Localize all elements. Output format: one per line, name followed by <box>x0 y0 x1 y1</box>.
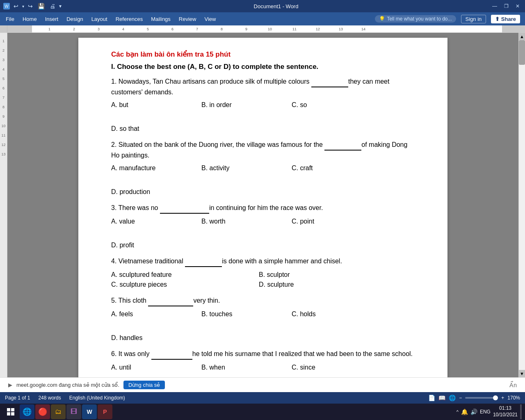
taskbar-red[interactable]: 🔴 <box>35 404 50 419</box>
scroll-up-button[interactable]: ▲ <box>519 33 525 40</box>
answer-5c: C. holds <box>292 310 365 318</box>
language-indicator: English (United Kingdom) <box>69 395 125 401</box>
share-button[interactable]: ⬆ Share <box>491 15 520 23</box>
language-tray[interactable]: ENG <box>480 409 491 415</box>
answer-6b: B. when <box>201 364 275 371</box>
menu-design[interactable]: Design <box>62 14 87 24</box>
close-button[interactable]: ✕ <box>514 2 522 10</box>
svg-rect-3 <box>11 412 14 415</box>
word-count: 248 words <box>38 395 61 401</box>
vertical-scrollbar[interactable]: ▲ ▼ <box>518 33 525 377</box>
notification-text: meet.google.com đang chia sẻ một cửa sổ. <box>16 382 119 388</box>
taskbar-files[interactable]: 🗂 <box>51 404 66 419</box>
answer-5d: D. handles <box>111 334 185 342</box>
restore-button[interactable]: ❐ <box>502 2 510 10</box>
zoom-minus-button[interactable]: − <box>459 395 462 401</box>
vertical-ruler: 1 2 3 4 5 6 7 8 9 10 11 12 13 <box>0 33 7 377</box>
blank-5 <box>148 296 193 306</box>
answer-5b: B. touches <box>201 310 275 318</box>
question-1: 1. Nowadays, Tan Chau artisans can produ… <box>111 77 415 132</box>
clock-date: 10/10/2021 <box>493 412 518 418</box>
taskbar-apps: 🌐 🔴 🗂 🎞 W P <box>20 404 112 419</box>
answer-3b: B. worth <box>201 218 275 225</box>
read-view-icon[interactable]: 📖 <box>438 395 445 401</box>
answer-2d: D. production <box>111 188 185 196</box>
taskbar-powerpoint[interactable]: P <box>98 404 112 419</box>
question-1-text: 1. Nowadays, Tan Chau artisans can produ… <box>111 77 415 97</box>
menu-references[interactable]: References <box>112 14 147 24</box>
status-right: 📄 📖 🌐 − + 170% <box>428 395 520 401</box>
svg-rect-2 <box>7 412 10 415</box>
svg-rect-1 <box>11 408 14 411</box>
menu-view[interactable]: View <box>200 14 220 24</box>
minimize-button[interactable]: — <box>491 2 499 10</box>
question-3-text: 3. There was no in continuing for him th… <box>111 203 415 214</box>
zoom-plus-button[interactable]: + <box>501 395 504 401</box>
sys-tray-chevron[interactable]: ^ <box>457 409 459 414</box>
question-1-answers: A. but B. in order C. so D. so that <box>111 101 415 132</box>
question-4-answers-row2: C. sculpture pieces D. sculpture <box>111 281 415 288</box>
answer-2a: A. manufacture <box>111 164 185 172</box>
scroll-thumb[interactable] <box>519 40 525 65</box>
tell-me-box[interactable]: 💡 Tell me what you want to do... <box>375 15 456 23</box>
menu-review[interactable]: Review <box>175 14 201 24</box>
hide-notification-button[interactable]: Ẩn <box>509 382 517 388</box>
answer-6a: A. until <box>111 364 185 371</box>
question-5: 5. This cloth very thin. A. feels B. tou… <box>111 296 415 342</box>
horizontal-ruler: 1 2 3 4 5 6 7 8 9 10 11 12 13 14 <box>0 25 525 33</box>
answer-2b: B. activity <box>201 164 275 172</box>
taskbar-media[interactable]: 🎞 <box>66 404 81 419</box>
title-bar: W ↩ ▾ ↪ 💾 🖨 ▾ Document1 - Word — ❐ ✕ <box>0 0 525 12</box>
word-icon: W <box>3 3 10 9</box>
menu-insert[interactable]: Insert <box>41 14 63 24</box>
answer-1c: C. so <box>292 101 365 109</box>
blank-1 <box>311 77 348 87</box>
page-info: Page 1 of 1 <box>5 395 30 401</box>
scroll-down-button[interactable]: ▼ <box>519 370 525 377</box>
question-5-answers: A. feels B. touches C. holds D. handles <box>111 310 415 342</box>
web-view-icon[interactable]: 🌐 <box>449 395 456 401</box>
menu-layout[interactable]: Layout <box>87 14 112 24</box>
document-scroll-area[interactable]: Các bạn làm bài ôn kiểm tra 15 phút I. C… <box>7 33 518 377</box>
menu-bar-right: 💡 Tell me what you want to do... Sign in… <box>375 15 523 23</box>
undo-dropdown[interactable]: ▾ <box>22 4 24 9</box>
blank-2 <box>324 140 361 151</box>
notification-bar: ▶ meet.google.com đang chia sẻ một cửa s… <box>0 377 525 392</box>
edge-icon: 🌐 <box>23 407 32 416</box>
word-taskbar-icon: W <box>87 409 92 415</box>
answer-4a: A. sculptured feature <box>111 271 242 278</box>
sign-in-button[interactable]: Sign in <box>461 15 486 23</box>
zoom-slider[interactable] <box>465 397 498 399</box>
answer-6c: C. since <box>292 364 365 371</box>
volume-icon[interactable]: 🔊 <box>470 409 477 415</box>
menu-bar: File Home Insert Design Layout Reference… <box>0 12 525 25</box>
taskbar-edge[interactable]: 🌐 <box>20 404 34 419</box>
menu-mailings[interactable]: Mailings <box>147 14 175 24</box>
taskbar-word[interactable]: W <box>82 404 97 419</box>
question-6-text: 6. It was only he told me his surname th… <box>111 349 415 360</box>
save-button[interactable]: 💾 <box>37 3 46 9</box>
notification-bell-icon[interactable]: 🔔 <box>461 409 468 415</box>
question-2-answers: A. manufacture B. activity C. craft D. p… <box>111 164 415 196</box>
svg-rect-0 <box>7 408 10 411</box>
print-button[interactable]: 🖨 <box>48 3 57 9</box>
undo-button[interactable]: ↩ <box>12 3 20 9</box>
zoom-percent: 170% <box>507 395 520 401</box>
blank-3 <box>160 203 209 214</box>
layout-view-icon[interactable]: 📄 <box>428 395 435 401</box>
answer-3c: C. point <box>292 218 365 225</box>
menu-home[interactable]: Home <box>18 14 41 24</box>
question-5-text: 5. This cloth very thin. <box>111 296 415 306</box>
start-icon: 🔴 <box>38 407 47 416</box>
start-button[interactable] <box>3 404 18 419</box>
menu-file[interactable]: File <box>2 14 18 24</box>
question-3: 3. There was no in continuing for him th… <box>111 203 415 249</box>
question-4-answers-row1: A. sculptured feature B. sculptor <box>111 271 415 278</box>
tell-me-text: Tell me what you want to do... <box>387 16 452 22</box>
redo-button[interactable]: ↪ <box>27 3 34 9</box>
status-bar: Page 1 of 1 248 words English (United Ki… <box>0 392 525 404</box>
stop-sharing-button[interactable]: Dừng chia sẻ <box>123 381 165 389</box>
question-2: 2. Situated on the bank of the Duong riv… <box>111 140 415 196</box>
answer-1d: D. so that <box>111 125 185 132</box>
show-desktop-button[interactable] <box>520 404 522 419</box>
